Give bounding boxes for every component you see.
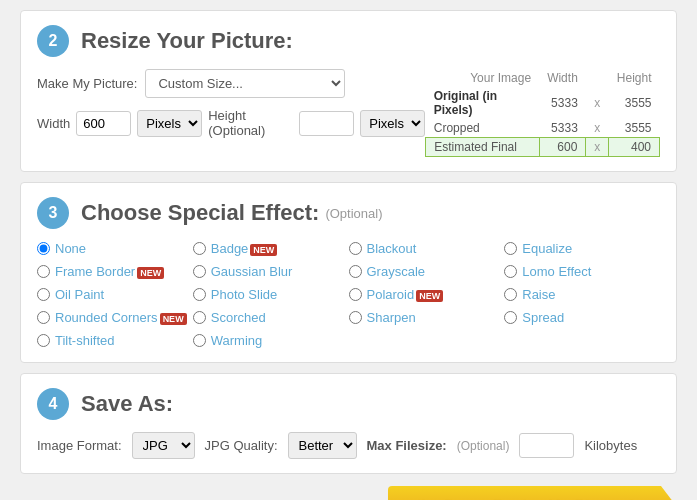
effect-item-scorched[interactable]: Scorched [193, 310, 349, 325]
estimated-x: x [586, 138, 609, 157]
effects-grid: NoneBadgeNEWBlackoutEqualizeFrame Border… [37, 241, 660, 348]
effect-label-badge[interactable]: BadgeNEW [211, 241, 278, 256]
effect-label-warming[interactable]: Warming [211, 333, 263, 348]
cropped-height: 3555 [609, 119, 660, 138]
effect-item-warming[interactable]: Warming [193, 333, 349, 348]
quality-label: JPG Quality: [205, 438, 278, 453]
estimated-row: Estimated Final 600 x 400 [426, 138, 660, 157]
effect-label-raise[interactable]: Raise [522, 287, 555, 302]
effect-item-spread[interactable]: Spread [504, 310, 660, 325]
effect-label-photo-slide[interactable]: Photo Slide [211, 287, 278, 302]
effect-item-grayscale[interactable]: Grayscale [349, 264, 505, 279]
effect-radio-frame-border[interactable] [37, 265, 50, 278]
make-my-picture-row: Make My Picture: Custom Size... [37, 69, 425, 98]
effect-item-photo-slide[interactable]: Photo Slide [193, 287, 349, 302]
effect-item-badge[interactable]: BadgeNEW [193, 241, 349, 256]
new-badge: NEW [160, 313, 187, 325]
effect-radio-equalize[interactable] [504, 242, 517, 255]
cropped-row: Cropped 5333 x 3555 [426, 119, 660, 138]
cropped-x: x [586, 119, 609, 138]
max-filesize-subtitle: (Optional) [457, 439, 510, 453]
effect-item-lomo-effect[interactable]: Lomo Effect [504, 264, 660, 279]
effect-label-lomo-effect[interactable]: Lomo Effect [522, 264, 591, 279]
effect-label-scorched[interactable]: Scorched [211, 310, 266, 325]
effect-radio-rounded-corners[interactable] [37, 311, 50, 324]
effect-radio-badge[interactable] [193, 242, 206, 255]
effect-radio-raise[interactable] [504, 288, 517, 301]
effect-item-gaussian-blur[interactable]: Gaussian Blur [193, 264, 349, 279]
effect-label-oil-paint[interactable]: Oil Paint [55, 287, 104, 302]
effect-label-blackout[interactable]: Blackout [367, 241, 417, 256]
effect-label-tilt-shifted[interactable]: Tilt-shifted [55, 333, 114, 348]
effect-item-equalize[interactable]: Equalize [504, 241, 660, 256]
effect-radio-warming[interactable] [193, 334, 206, 347]
effect-label-polaroid[interactable]: PolaroidNEW [367, 287, 444, 302]
height-input[interactable] [299, 111, 354, 136]
effect-item-frame-border[interactable]: Frame BorderNEW [37, 264, 193, 279]
your-image-header: Your Image [426, 69, 539, 87]
effects-subtitle: (Optional) [325, 206, 382, 221]
effect-item-blackout[interactable]: Blackout [349, 241, 505, 256]
kilobytes-label: Kilobytes [584, 438, 637, 453]
effect-radio-blackout[interactable] [349, 242, 362, 255]
effect-radio-oil-paint[interactable] [37, 288, 50, 301]
format-select[interactable]: JPGPNGGIFBMP [132, 432, 195, 459]
effect-radio-scorched[interactable] [193, 311, 206, 324]
original-row: Original (in Pixels) 5333 x 3555 [426, 87, 660, 119]
effect-radio-polaroid[interactable] [349, 288, 362, 301]
original-x: x [586, 87, 609, 119]
format-label: Image Format: [37, 438, 122, 453]
effect-label-grayscale[interactable]: Grayscale [367, 264, 426, 279]
height-unit-select[interactable]: Pixels [360, 110, 425, 137]
effect-radio-sharpen[interactable] [349, 311, 362, 324]
step3-badge: 3 [37, 197, 69, 229]
effects-header: 3 Choose Special Effect: (Optional) [37, 197, 660, 229]
height-header: Height [609, 69, 660, 87]
effect-label-sharpen[interactable]: Sharpen [367, 310, 416, 325]
resize-title: Resize Your Picture: [81, 28, 293, 54]
step4-badge: 4 [37, 388, 69, 420]
image-info-table: Your Image Width Height Original (in Pix… [425, 69, 660, 157]
effect-radio-grayscale[interactable] [349, 265, 362, 278]
effects-title: Choose Special Effect: [81, 200, 319, 226]
effect-radio-tilt-shifted[interactable] [37, 334, 50, 347]
effect-label-gaussian-blur[interactable]: Gaussian Blur [211, 264, 293, 279]
cropped-label: Cropped [426, 119, 539, 138]
cropped-width: 5333 [539, 119, 586, 138]
effect-radio-photo-slide[interactable] [193, 288, 206, 301]
done-button-row: I'm Done, Resize My Picture! [20, 486, 677, 500]
effect-item-none[interactable]: None [37, 241, 193, 256]
effect-radio-gaussian-blur[interactable] [193, 265, 206, 278]
x-header [586, 69, 609, 87]
filesize-input[interactable] [519, 433, 574, 458]
new-badge: NEW [250, 244, 277, 256]
effect-item-oil-paint[interactable]: Oil Paint [37, 287, 193, 302]
effect-label-frame-border[interactable]: Frame BorderNEW [55, 264, 164, 279]
original-height: 3555 [609, 87, 660, 119]
custom-size-select[interactable]: Custom Size... [145, 69, 345, 98]
effect-item-rounded-corners[interactable]: Rounded CornersNEW [37, 310, 193, 325]
resize-header: 2 Resize Your Picture: [37, 25, 660, 57]
effect-radio-lomo-effect[interactable] [504, 265, 517, 278]
estimated-label: Estimated Final [426, 138, 539, 157]
width-header: Width [539, 69, 586, 87]
original-label: Original (in Pixels) [426, 87, 539, 119]
effect-item-polaroid[interactable]: PolaroidNEW [349, 287, 505, 302]
effect-label-rounded-corners[interactable]: Rounded CornersNEW [55, 310, 187, 325]
effects-section: 3 Choose Special Effect: (Optional) None… [20, 182, 677, 363]
width-input[interactable] [76, 111, 131, 136]
effect-radio-spread[interactable] [504, 311, 517, 324]
effect-label-none[interactable]: None [55, 241, 86, 256]
effect-item-sharpen[interactable]: Sharpen [349, 310, 505, 325]
effect-item-raise[interactable]: Raise [504, 287, 660, 302]
effect-label-spread[interactable]: Spread [522, 310, 564, 325]
save-header: 4 Save As: [37, 388, 660, 420]
done-button[interactable]: I'm Done, Resize My Picture! [388, 486, 677, 500]
quality-select[interactable]: GoodBetterBest [288, 432, 357, 459]
width-unit-select[interactable]: Pixels [137, 110, 202, 137]
effect-label-equalize[interactable]: Equalize [522, 241, 572, 256]
effect-radio-none[interactable] [37, 242, 50, 255]
effect-item-tilt-shifted[interactable]: Tilt-shifted [37, 333, 193, 348]
step2-badge: 2 [37, 25, 69, 57]
width-label: Width [37, 116, 70, 131]
